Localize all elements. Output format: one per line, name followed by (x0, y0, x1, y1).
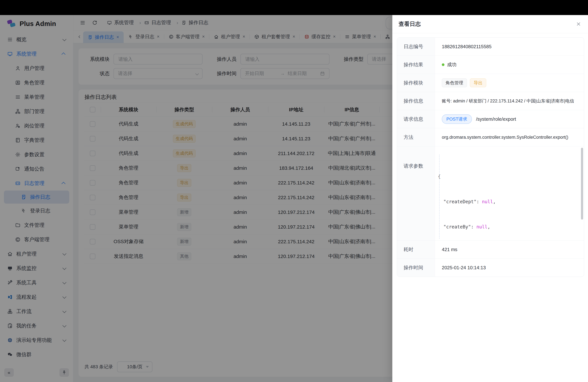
request-url: /system/role/export (476, 116, 516, 122)
detail-row-module: 操作模块 角色管理 导出 (397, 74, 584, 92)
request-params-value: { "createDept": null, "createBy": null, … (435, 146, 584, 240)
detail-row-time: 操作时间 2025-01-24 10:14:13 (397, 259, 584, 276)
json-code-block[interactable]: { "createDept": null, "createBy": null, … (435, 146, 584, 240)
detail-row-result: 操作结果 成功 (397, 56, 584, 74)
cost-value: 421 ms (435, 240, 584, 258)
drawer-header: 查看日志 (392, 15, 588, 33)
detail-row-request: 请求信息 POST请求 /system/role/export (397, 110, 584, 128)
module-tags: 角色管理 导出 (435, 74, 584, 92)
detail-label: 请求信息 (397, 110, 435, 128)
detail-label: 操作信息 (397, 92, 435, 110)
json-line: "createBy": null, (438, 224, 579, 230)
detail-label: 操作模块 (397, 74, 435, 92)
json-line: { (438, 173, 579, 180)
indent-guide (439, 155, 440, 239)
drawer-title: 查看日志 (399, 20, 421, 28)
detail-row-method: 方法 org.dromara.system.controller.system.… (397, 128, 584, 146)
time-value: 2025-01-24 10:14:13 (435, 259, 584, 276)
success-dot-icon (442, 64, 444, 66)
detail-label: 操作结果 (397, 56, 435, 74)
request-value: POST请求 /system/role/export (435, 110, 584, 128)
detail-label: 操作时间 (397, 259, 435, 276)
screen: Plus Admin 概览 系统管理 (0, 0, 588, 382)
detail-label: 方法 (397, 128, 435, 146)
detail-row-info: 操作信息 账号: admin / 研发部门 / 222.175.114.242 … (397, 92, 584, 110)
result-value: 成功 (435, 56, 584, 74)
json-code: { "createDept": null, "createBy": null, … (438, 148, 579, 240)
detail-label: 耗时 (397, 240, 435, 258)
detail-row-cost: 耗时 421 ms (397, 240, 584, 259)
scrollbar-thumb[interactable] (581, 148, 583, 220)
detail-label: 请求参数 (397, 146, 435, 240)
json-line: "createDept": null, (438, 199, 579, 205)
module-tag: 导出 (470, 78, 486, 87)
drawer-body: 日志编号 1882612840802115585 操作结果 成功 操作模块 (392, 33, 588, 277)
post-method-tag: POST请求 (442, 114, 472, 124)
log-detail-table: 日志编号 1882612840802115585 操作结果 成功 操作模块 (397, 37, 584, 277)
log-id-value: 1882612840802115585 (435, 38, 584, 56)
operation-info-value: 账号: admin / 研发部门 / 222.175.114.242 / 中国|… (435, 92, 584, 110)
module-tag: 角色管理 (442, 78, 467, 87)
detail-label: 日志编号 (397, 38, 435, 56)
detail-row-id: 日志编号 1882612840802115585 (397, 38, 584, 56)
detail-row-params: 请求参数 { "createDept": null, (397, 146, 584, 240)
close-icon[interactable] (576, 21, 582, 27)
view-log-drawer: 查看日志 日志编号 1882612840802115585 操作结果 成功 操作… (392, 15, 588, 382)
method-value: org.dromara.system.controller.system.Sys… (435, 128, 584, 146)
result-text: 成功 (447, 62, 457, 68)
